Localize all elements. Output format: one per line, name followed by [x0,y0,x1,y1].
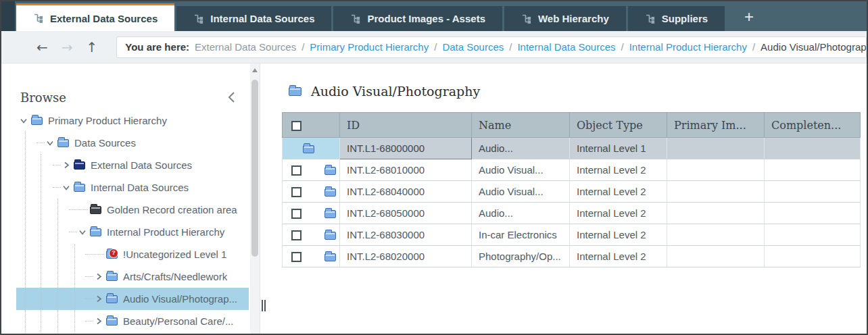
column-header[interactable]: Object Type [570,113,667,138]
breadcrumb-separator: / [302,41,304,53]
table-row[interactable]: INT.L2-68010000 Audio Visual... Internal… [283,159,861,181]
tree-item[interactable]: External Data Sources [16,154,249,176]
tree-item[interactable]: Internal Data Sources [16,176,249,199]
cell-primary-image [667,138,765,159]
folder-icon [74,161,85,170]
expand-chevron-icon[interactable] [47,140,54,147]
tab-bar-edge [1,1,15,31]
tree-connector [85,254,104,255]
expand-chevron-icon[interactable] [79,229,87,236]
breadcrumb-link[interactable]: Internal Data Sources [517,41,615,53]
cell-id: INT.L2-68050000 [340,203,472,224]
breadcrumb-link[interactable]: Audio Visual/Photography [761,41,867,53]
breadcrumb-separator: / [621,41,624,53]
expand-chevron-icon[interactable] [63,184,70,191]
tab-strip: External Data Sources Internal Data Sour… [16,3,727,31]
expand-chevron-icon[interactable] [95,273,102,280]
folder-icon [324,188,336,197]
tree-guide-line [57,199,58,332]
column-header[interactable]: ID [340,113,472,138]
folder-icon [324,232,336,240]
tree-item[interactable]: Golden Record creation area [16,199,249,221]
breadcrumb-link[interactable]: External Data Sources [195,41,296,53]
collapse-panel-icon[interactable] [228,91,235,103]
cell-object-type: Internal Level 2 [570,246,667,267]
sidebar-scrollbar[interactable] [250,63,260,334]
folder-icon [106,317,118,326]
table-row[interactable]: INT.L1-68000000 Audio... Internal Level … [283,138,861,159]
expand-chevron-icon[interactable] [95,295,102,303]
tree-item[interactable]: Beauty/Personal Care/... [16,310,249,332]
tab[interactable]: Suppliers [628,6,725,31]
breadcrumb-trail: / External Data Sources / Primary Produc… [195,41,867,53]
expand-chevron-icon[interactable] [63,161,70,169]
breadcrumb-item: / Audio Visual/Photography [747,41,867,53]
folder-icon [106,273,118,281]
up-icon[interactable]: ↑ [87,41,98,54]
scrollbar-thumb[interactable] [251,80,258,257]
cell-object-type: Internal Level 2 [570,159,667,181]
tree-item[interactable]: !Uncategorized Level 1 [16,243,249,265]
hierarchy-icon [645,14,655,24]
breadcrumb-item: / Internal Product Hierarchy [616,41,747,53]
expand-chevron-icon[interactable] [95,317,102,325]
tab-label: Web Hierarchy [538,13,609,24]
tab[interactable]: Internal Data Sources [176,6,331,31]
cell-id: INT.L2-68030000 [340,224,472,246]
cell-name: In-car Electronics [472,224,570,246]
row-checkbox[interactable] [291,209,302,219]
row-checkbox[interactable] [291,187,302,197]
breadcrumb-item: / Data Sources [429,41,504,53]
select-all-checkbox[interactable] [291,121,302,131]
browse-title: Browse [20,91,66,105]
cell-name: Audio Visual... [472,181,570,203]
tree-connector [85,321,93,321]
row-checkbox[interactable] [291,165,302,176]
expand-chevron-icon[interactable] [20,118,28,124]
column-header[interactable]: Name [472,113,570,138]
tab[interactable]: Web Hierarchy [504,6,626,31]
breadcrumb-link[interactable]: Data Sources [442,41,504,53]
tree-item[interactable]: Internal Product Hierarchy [16,221,249,243]
tree-item-label: Primary Product Hierarchy [48,115,167,126]
table-row[interactable]: INT.L2-68020000 Photography/Op... Intern… [283,246,861,267]
row-checkbox[interactable] [291,252,302,262]
tree-item[interactable]: Primary Product Hierarchy [16,109,249,132]
table-row[interactable]: INT.L2-68040000 Audio Visual... Internal… [283,181,861,203]
breadcrumb-separator: / [509,41,512,53]
folder-icon [324,253,336,261]
cell-name: Audio Visual... [472,159,570,181]
tree-item[interactable]: Arts/Crafts/Needlework [16,265,249,288]
row-checkbox[interactable] [291,230,302,240]
breadcrumb-link[interactable]: Internal Product Hierarchy [629,41,747,53]
column-header[interactable]: Completen... [765,113,861,138]
tree-connector [53,165,61,165]
back-icon[interactable]: ← [37,41,48,54]
tree-connector [85,276,93,277]
tab-label: Product Images - Assets [367,13,485,24]
breadcrumb-link[interactable]: Primary Product Hierarchy [310,41,429,53]
folder-icon [90,228,101,236]
add-tab-button[interactable]: + [739,7,759,31]
scroll-up-icon[interactable] [252,68,258,72]
tree-guide-line [41,154,41,332]
hierarchy-icon [350,14,360,24]
tree-item[interactable]: Audio Visual/Photograp... [16,288,249,310]
folder-icon [106,295,118,303]
cell-completeness [765,203,861,224]
cell-id: INT.L1-68000000 [340,138,472,159]
table-header-row: ID Name Object Type Primary Im... Comple… [283,113,861,138]
table-row[interactable]: INT.L2-68050000 Audio... Internal Level … [283,203,861,224]
tree-item-label: External Data Sources [91,159,192,171]
resize-handle[interactable] [262,300,266,311]
tab-bar: External Data Sources Internal Data Sour… [1,1,867,31]
tab-label: Suppliers [662,13,708,24]
tree-item[interactable]: Data Sources [16,132,249,154]
folder-icon [106,251,118,259]
tab[interactable]: Product Images - Assets [333,6,502,31]
page-title-row: Audio Visual/Photography [289,84,867,99]
table-row[interactable]: INT.L2-68030000 In-car Electronics Inter… [283,224,861,246]
panel-divider[interactable] [260,63,266,334]
tab[interactable]: External Data Sources [16,3,174,31]
column-header[interactable]: Primary Im... [667,113,765,138]
